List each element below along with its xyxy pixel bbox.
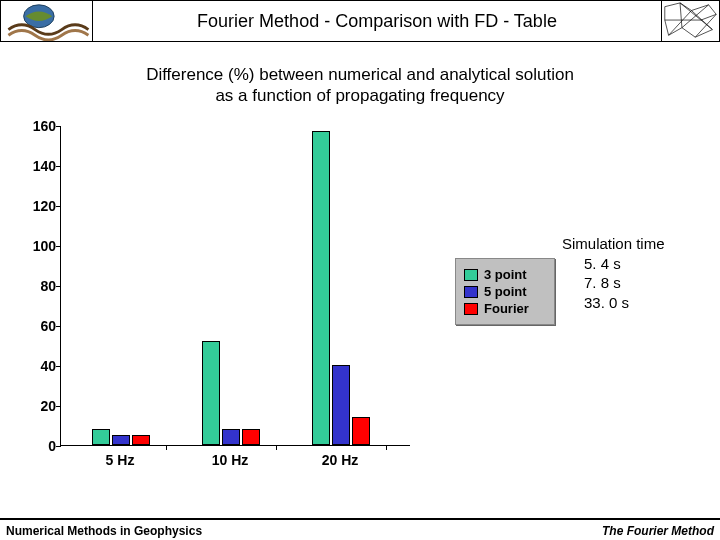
y-tick-mark <box>56 366 61 367</box>
simulation-time-row: 33. 0 s <box>562 293 665 313</box>
x-tick-mark <box>166 445 167 450</box>
x-tick-mark <box>386 445 387 450</box>
legend-swatch-icon <box>464 269 478 281</box>
simulation-time-row: 7. 8 s <box>562 273 665 293</box>
subtitle: Difference (%) between numerical and ana… <box>0 64 720 107</box>
y-tick-mark <box>56 166 61 167</box>
bar-chart: 020406080100120140160 5 Hz10 Hz20 Hz <box>22 126 432 466</box>
footer-left: Numerical Methods in Geophysics <box>6 524 202 538</box>
bar <box>112 435 130 445</box>
legend-label: Fourier <box>484 301 529 316</box>
legend-swatch-icon <box>464 303 478 315</box>
y-tick-label: 140 <box>33 158 56 174</box>
simulation-time-box: Simulation time 5. 4 s 7. 8 s 33. 0 s <box>562 234 665 312</box>
footer: Numerical Methods in Geophysics The Four… <box>0 518 720 540</box>
subtitle-line-1: Difference (%) between numerical and ana… <box>0 64 720 85</box>
y-tick-mark <box>56 326 61 327</box>
title-bar: Fourier Method - Comparison with FD - Ta… <box>0 0 720 42</box>
y-tick-mark <box>56 246 61 247</box>
bar <box>332 365 350 445</box>
x-tick-label: 5 Hz <box>106 452 135 468</box>
footer-right: The Fourier Method <box>602 524 714 538</box>
y-tick-label: 0 <box>48 438 56 454</box>
y-tick-mark <box>56 126 61 127</box>
legend-swatch-icon <box>464 286 478 298</box>
globe-waves-icon <box>1 1 93 41</box>
x-tick-label: 20 Hz <box>322 452 359 468</box>
y-tick-label: 80 <box>40 278 56 294</box>
mesh-icon <box>661 1 719 41</box>
legend-label: 5 point <box>484 284 527 299</box>
legend-item: Fourier <box>464 301 546 316</box>
bar <box>222 429 240 445</box>
legend: 3 point 5 point Fourier <box>455 258 555 325</box>
bar <box>242 429 260 445</box>
y-tick-mark <box>56 286 61 287</box>
bar <box>92 429 110 445</box>
legend-label: 3 point <box>484 267 527 282</box>
legend-item: 5 point <box>464 284 546 299</box>
bar <box>202 341 220 445</box>
simulation-time-heading: Simulation time <box>562 234 665 254</box>
y-axis: 020406080100120140160 <box>22 126 60 446</box>
y-tick-label: 20 <box>40 398 56 414</box>
slide: Fourier Method - Comparison with FD - Ta… <box>0 0 720 540</box>
x-tick-label: 10 Hz <box>212 452 249 468</box>
bar <box>132 435 150 445</box>
y-tick-mark <box>56 446 61 447</box>
bar <box>312 131 330 445</box>
subtitle-line-2: as a function of propagating frequency <box>0 85 720 106</box>
y-tick-label: 120 <box>33 198 56 214</box>
slide-title: Fourier Method - Comparison with FD - Ta… <box>197 11 557 32</box>
y-tick-mark <box>56 406 61 407</box>
y-tick-mark <box>56 206 61 207</box>
y-tick-label: 160 <box>33 118 56 134</box>
simulation-time-row: 5. 4 s <box>562 254 665 274</box>
y-tick-label: 60 <box>40 318 56 334</box>
x-tick-mark <box>276 445 277 450</box>
title-container: Fourier Method - Comparison with FD - Ta… <box>93 1 661 41</box>
plot-area <box>60 126 410 446</box>
y-tick-label: 100 <box>33 238 56 254</box>
y-tick-label: 40 <box>40 358 56 374</box>
bar <box>352 417 370 445</box>
legend-item: 3 point <box>464 267 546 282</box>
